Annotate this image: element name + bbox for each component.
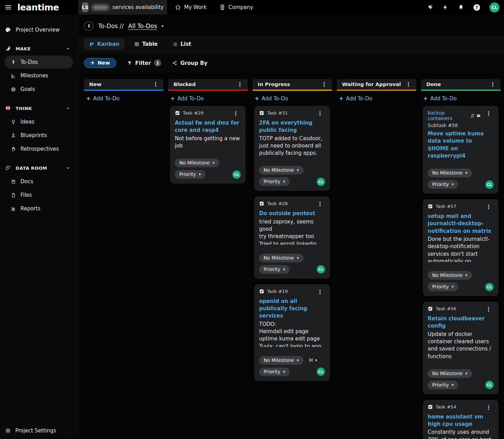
caret-down-icon: ▾ xyxy=(452,383,454,387)
user-avatar[interactable]: CL xyxy=(489,2,499,12)
todo-title[interactable]: Actual fw and dmz for core and rasp4 xyxy=(175,119,241,134)
sidebar-item-ideas[interactable]: Ideas xyxy=(5,115,73,128)
todo-description: Done but the journalctl- desktop-notific… xyxy=(428,236,494,262)
add-todo-button[interactable]: +Add To-Do xyxy=(423,95,501,102)
sidebar-item-to-dos[interactable]: To-Dos xyxy=(5,56,73,69)
todo-title[interactable]: home assistant vm high cpu usage xyxy=(428,413,494,428)
todo-card[interactable]: Task #56⋮Retain cloudbeaver configUpdate… xyxy=(423,302,498,394)
sidebar-item-files[interactable]: Files xyxy=(5,188,73,202)
priority-select[interactable]: Priority▾ xyxy=(428,180,458,189)
todo-card[interactable]: Task #29⋮Actual fw and dmz for core and … xyxy=(170,106,246,184)
milestone-select[interactable]: No Milestone▾ xyxy=(428,169,472,177)
project-switcher[interactable]: LS services availability xyxy=(78,0,167,15)
filter-button[interactable]: Filter 1 xyxy=(127,59,161,67)
milestone-select[interactable]: No Milestone▾ xyxy=(259,254,304,262)
add-todo-button[interactable]: +Add To-Do xyxy=(170,95,248,102)
plus-icon: + xyxy=(339,96,343,101)
parent-task-link[interactable]: backup containers xyxy=(428,110,469,121)
column-kebab-menu-icon[interactable]: ⋮ xyxy=(319,81,329,88)
card-kebab-menu-icon[interactable]: ⋮ xyxy=(315,110,325,117)
priority-row: Priority▾CL xyxy=(428,381,494,389)
milestone-select[interactable]: No Milestone▾ xyxy=(428,369,472,378)
tab-table[interactable]: Table xyxy=(129,38,163,50)
priority-select[interactable]: Priority▾ xyxy=(259,265,290,274)
column-title: New xyxy=(89,82,151,87)
sidebar-sections: MAKETo-DosMilestonesGoalsTHINKIdeasBluep… xyxy=(0,36,78,216)
priority-select[interactable]: Priority▾ xyxy=(259,368,290,376)
company-icon xyxy=(219,4,225,10)
tab-list[interactable]: List xyxy=(167,38,196,50)
todo-card[interactable]: Task #31⋮2FA on everything public facing… xyxy=(254,106,330,191)
task-checkbox-icon xyxy=(259,201,264,206)
plugins-icon[interactable] xyxy=(427,4,433,10)
todo-title[interactable]: Move uptime kuma data volume to $HOME on… xyxy=(428,130,494,160)
card-meta: No Milestone▾Priority▾CL xyxy=(428,169,494,189)
card-kebab-menu-icon[interactable]: ⋮ xyxy=(484,110,494,117)
tab-kanban[interactable]: Kanban xyxy=(84,38,125,50)
add-todo-button[interactable]: +Add To-Do xyxy=(339,95,416,102)
caret-down-icon: ▾ xyxy=(283,179,285,184)
todo-title[interactable]: openid on all publically facing services xyxy=(259,298,325,320)
group-by-button[interactable]: Group By xyxy=(172,60,207,66)
milestone-select[interactable]: No Milestone▾ xyxy=(428,271,472,280)
card-kebab-menu-icon[interactable]: ⋮ xyxy=(484,203,494,211)
nav-company[interactable]: Company xyxy=(219,4,253,10)
todo-card[interactable]: Task #19⋮openid on all publically facing… xyxy=(254,284,330,381)
hamburger-menu-icon[interactable] xyxy=(5,4,12,11)
chevron-down-icon xyxy=(66,166,70,170)
priority-row: Priority▾CL xyxy=(428,282,494,291)
add-todo-button[interactable]: +Add To-Do xyxy=(86,95,163,102)
card-kebab-menu-icon[interactable]: ⋮ xyxy=(484,306,494,313)
priority-select[interactable]: Priority▾ xyxy=(259,177,290,186)
column-kebab-menu-icon[interactable]: ⋮ xyxy=(235,81,245,88)
todo-title[interactable]: Do outside pentest xyxy=(259,210,325,217)
column-kebab-menu-icon[interactable]: ⋮ xyxy=(151,81,161,88)
size-select[interactable]: M▾ xyxy=(309,357,317,363)
sidebar-item-goals[interactable]: Goals xyxy=(5,83,73,96)
add-todo-button[interactable]: +Add To-Do xyxy=(255,95,332,102)
new-button[interactable]: + New xyxy=(84,58,116,68)
notifications-icon[interactable] xyxy=(458,4,464,10)
card-kebab-menu-icon[interactable]: ⋮ xyxy=(315,201,325,208)
breadcrumb-current-link[interactable]: All To-Dos xyxy=(128,23,157,29)
card-kebab-menu-icon[interactable]: ⋮ xyxy=(315,288,325,296)
milestone-select[interactable]: No Milestone▾ xyxy=(175,159,219,167)
quick-actions-icon[interactable] xyxy=(442,4,449,10)
chevron-down-icon xyxy=(66,46,70,51)
priority-select[interactable]: Priority▾ xyxy=(175,170,205,179)
sidebar-item-blueprints[interactable]: Blueprints xyxy=(5,129,73,142)
sidebar-section-header-make[interactable]: MAKE xyxy=(0,42,78,55)
list-icon xyxy=(172,42,178,47)
milestone-select[interactable]: No Milestone▾ xyxy=(259,166,304,175)
sidebar-section-header-think[interactable]: THINK xyxy=(0,102,78,115)
help-icon[interactable]: ? xyxy=(473,4,480,11)
nav-my-work[interactable]: My Work xyxy=(175,4,207,10)
sidebar-item-retrospectives[interactable]: Retrospectives xyxy=(5,142,73,155)
milestone-select-label: No Milestone xyxy=(179,160,210,166)
priority-select[interactable]: Priority▾ xyxy=(428,282,458,291)
sidebar-item-docs[interactable]: Docs xyxy=(5,175,73,188)
todo-title[interactable]: Retain cloudbeaver config xyxy=(428,315,494,330)
todo-card[interactable]: Task #54⋮home assistant vm high cpu usag… xyxy=(423,400,498,439)
todo-title[interactable]: 2FA on everything public facing xyxy=(259,119,325,134)
column-kebab-menu-icon[interactable]: ⋮ xyxy=(403,81,413,88)
sidebar-section-header-data-room[interactable]: DATA ROOM xyxy=(0,161,78,175)
sidebar-item-project-settings[interactable]: Project Settings xyxy=(0,422,78,439)
todo-card[interactable]: backup containers // Subtask #58⋮Move up… xyxy=(423,106,498,194)
card-kebab-menu-icon[interactable]: ⋮ xyxy=(484,404,494,411)
column-cards: Task #31⋮2FA on everything public facing… xyxy=(254,106,330,381)
sidebar-item-project-overview[interactable]: Project Overview xyxy=(0,24,78,36)
app-logo[interactable]: leantime xyxy=(17,2,59,12)
task-ref: Task #56 xyxy=(428,306,481,311)
sidebar-item-milestones[interactable]: Milestones xyxy=(5,69,73,82)
todo-card[interactable]: Task #57⋮setup mail and journalctl-deskt… xyxy=(423,199,498,296)
milestone-select[interactable]: No Milestone▾ xyxy=(259,356,304,365)
todo-card[interactable]: Task #28⋮Do outside pentesttried zaproxy… xyxy=(254,196,330,278)
column-kebab-menu-icon[interactable]: ⋮ xyxy=(488,81,498,88)
card-kebab-menu-icon[interactable]: ⋮ xyxy=(231,110,241,117)
priority-select[interactable]: Priority▾ xyxy=(428,381,458,389)
assignee-avatar: CL xyxy=(485,381,494,389)
breadcrumb-caret-icon[interactable]: ▾ xyxy=(162,24,164,28)
todo-title[interactable]: setup mail and journalctl-desktop-notifi… xyxy=(428,213,494,235)
sidebar-item-reports[interactable]: Reports xyxy=(5,202,73,215)
